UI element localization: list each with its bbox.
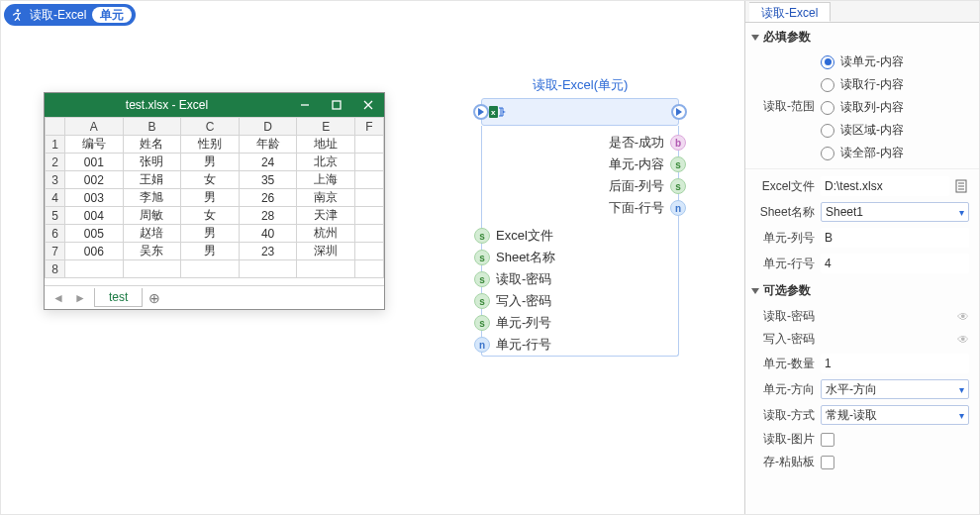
cell[interactable]: 北京 (297, 154, 355, 171)
cell[interactable]: 男 (181, 225, 240, 243)
cell[interactable]: 男 (181, 154, 240, 171)
radio-icon[interactable] (821, 147, 834, 160)
row-input[interactable]: 4 (821, 254, 969, 273)
dir-select[interactable]: 水平-方向▾ (821, 379, 969, 399)
range-option[interactable]: 读单元-内容 (821, 53, 979, 70)
col-header[interactable]: E (297, 118, 355, 136)
col-header[interactable]: B (123, 118, 181, 136)
eye-off-icon[interactable]: 👁 (957, 310, 969, 324)
row-header[interactable]: 2 (46, 154, 65, 171)
output-pin[interactable]: s (670, 178, 686, 194)
output-pin[interactable]: s (670, 156, 686, 172)
cell[interactable]: 姓名 (123, 136, 181, 154)
cell[interactable] (354, 136, 383, 154)
col-header[interactable]: A (65, 118, 124, 136)
section-optional[interactable]: 可选参数 (745, 276, 979, 305)
cell[interactable]: 003 (65, 189, 124, 207)
sheet-nav-next[interactable]: ► (72, 291, 88, 305)
excel-grid[interactable]: ABCDEF1编号姓名性别年龄地址2001张明男24北京3002王娟女35上海4… (45, 117, 384, 285)
cell[interactable]: 女 (181, 207, 240, 225)
minimize-button[interactable] (289, 93, 321, 117)
cell[interactable]: 南京 (297, 189, 355, 207)
sheet-nav-prev[interactable]: ◄ (50, 291, 66, 305)
row-header[interactable]: 5 (46, 207, 65, 225)
node-header[interactable]: x (481, 98, 679, 126)
excel-titlebar[interactable]: test.xlsx - Excel (45, 93, 384, 117)
cell[interactable]: 28 (239, 207, 297, 225)
add-sheet-button[interactable]: ⊕ (148, 290, 160, 306)
cell[interactable]: 编号 (65, 136, 124, 154)
cell[interactable]: 26 (239, 189, 297, 207)
input-pin[interactable]: s (474, 315, 490, 331)
count-input[interactable]: 1 (821, 354, 969, 373)
cell[interactable]: 002 (65, 171, 124, 189)
cell[interactable]: 006 (65, 243, 124, 260)
maximize-button[interactable] (321, 93, 352, 117)
output-pin[interactable]: b (670, 135, 686, 151)
close-button[interactable] (352, 93, 384, 117)
input-pin[interactable]: s (474, 228, 490, 244)
cell[interactable]: 张明 (123, 154, 181, 171)
input-pin[interactable]: s (474, 293, 490, 309)
cell[interactable]: 吴东 (123, 243, 181, 260)
row-header[interactable]: 8 (46, 260, 65, 278)
input-pin[interactable]: s (474, 250, 490, 265)
radio-icon[interactable] (821, 101, 834, 115)
cell[interactable]: 天津 (297, 207, 355, 225)
file-input[interactable]: D:\test.xlsx (821, 176, 949, 196)
cell[interactable]: 23 (239, 243, 297, 260)
cell[interactable]: 男 (181, 189, 240, 207)
cell[interactable] (354, 171, 383, 189)
cell[interactable] (354, 225, 383, 243)
panel-tab-readexcel[interactable]: 读取-Excel (749, 2, 831, 22)
row-header[interactable]: 1 (46, 136, 65, 154)
col-header[interactable]: D (239, 118, 297, 136)
readimg-checkbox[interactable] (821, 433, 834, 447)
node-block[interactable]: 读取-Excel(单元) x 是否-成功b单元-内容s后面-列号s下面-行号n … (481, 76, 679, 357)
cell[interactable]: 005 (65, 225, 124, 243)
row-header[interactable]: 4 (46, 189, 65, 207)
cell[interactable] (297, 260, 355, 278)
col-header[interactable]: C (181, 118, 240, 136)
row-header[interactable]: 7 (46, 243, 65, 260)
cell[interactable]: 年龄 (239, 136, 297, 154)
mode-select[interactable]: 常规-读取▾ (821, 405, 969, 425)
cell[interactable]: 地址 (297, 136, 355, 154)
input-pin[interactable]: s (474, 271, 490, 287)
cell[interactable] (354, 154, 383, 171)
cell[interactable]: 24 (239, 154, 297, 171)
cell[interactable]: 赵培 (123, 225, 181, 243)
cell[interactable]: 王娟 (123, 171, 181, 189)
flow-in-port[interactable] (473, 104, 489, 120)
cell[interactable]: 40 (239, 225, 297, 243)
eye-off-icon[interactable]: 👁 (957, 333, 969, 347)
sheet-select[interactable]: Sheet1▾ (821, 202, 969, 222)
cell[interactable]: 深圳 (297, 243, 355, 260)
range-option[interactable]: 读全部-内容 (821, 145, 979, 161)
radio-icon[interactable] (821, 55, 834, 69)
cell[interactable]: 李旭 (123, 189, 181, 207)
cell[interactable] (123, 260, 181, 278)
input-pin[interactable]: n (474, 337, 490, 353)
range-option[interactable]: 读取列-内容 (821, 99, 979, 116)
col-header[interactable]: F (354, 118, 383, 136)
design-canvas[interactable]: 读取-Excel 单元 test.xlsx - Excel ABCDEF1编号姓… (1, 1, 744, 514)
cell[interactable]: 女 (181, 171, 240, 189)
sheet-tab[interactable]: test (94, 288, 143, 307)
cell[interactable]: 性别 (181, 136, 240, 154)
section-required[interactable]: 必填参数 (745, 23, 979, 52)
cell[interactable]: 001 (65, 154, 124, 171)
radio-icon[interactable] (821, 124, 834, 138)
row-header[interactable]: 6 (46, 225, 65, 243)
clipboard-checkbox[interactable] (821, 456, 834, 469)
file-browse-icon[interactable] (953, 178, 969, 194)
cell[interactable] (354, 243, 383, 260)
cell[interactable] (65, 260, 124, 278)
cell[interactable] (354, 189, 383, 207)
row-header[interactable]: 3 (46, 171, 65, 189)
range-option[interactable]: 读区域-内容 (821, 122, 979, 139)
cell[interactable] (181, 260, 240, 278)
cell[interactable]: 上海 (297, 171, 355, 189)
cell[interactable]: 男 (181, 243, 240, 260)
cell[interactable]: 杭州 (297, 225, 355, 243)
